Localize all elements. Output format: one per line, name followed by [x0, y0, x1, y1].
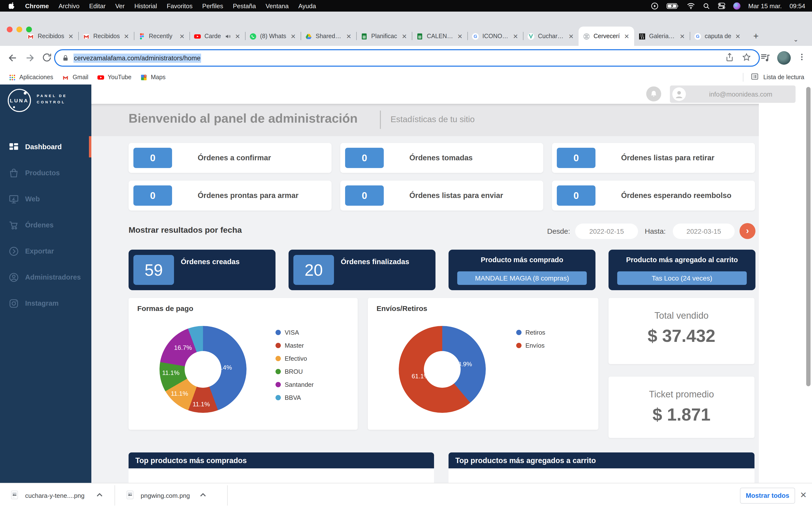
close-downloads-icon[interactable]: ✕: [800, 490, 807, 500]
menu-item-ventana[interactable]: Ventana: [266, 2, 289, 9]
tab-carde[interactable]: Carde✕: [190, 26, 245, 46]
close-tab-icon[interactable]: ✕: [123, 33, 130, 40]
tab-icono-cu[interactable]: GICONO cu✕: [467, 26, 523, 46]
refresh-button[interactable]: [42, 52, 53, 64]
legend-item: Santander: [275, 378, 314, 391]
sidebar-item-dashboard[interactable]: Dashboard: [0, 136, 91, 157]
share-icon[interactable]: [725, 52, 734, 63]
tab-cuchara-y[interactable]: Cuchara y✕: [523, 26, 578, 46]
apple-icon[interactable]: [9, 2, 15, 10]
notifications-button[interactable]: [646, 87, 661, 101]
hop-favicon: [583, 33, 590, 40]
download-item[interactable]: cuchara-y-tene....png: [10, 483, 104, 507]
total-card: Ticket promedio$ 1.871: [609, 377, 755, 438]
menu-item-favoritos[interactable]: Favoritos: [167, 2, 193, 9]
new-tab-button[interactable]: +: [750, 31, 762, 42]
close-tab-icon[interactable]: ✕: [179, 33, 185, 40]
summary-card: 20Órdenes finalizadas: [289, 249, 436, 290]
stat-value: 0: [345, 185, 384, 206]
bookmark-gmail[interactable]: Gmail: [62, 74, 88, 81]
close-window-button[interactable]: [7, 26, 12, 32]
page-content: LUNA PANEL DE CONTROL DashboardProductos…: [0, 84, 812, 483]
url-text-selected[interactable]: cervezamalafama.com/administrators/home: [73, 53, 201, 62]
tab-shared-wi[interactable]: Shared wi✕: [301, 26, 356, 46]
summary-title: Producto más comprado: [449, 256, 596, 264]
reading-list-label[interactable]: Lista de lectura: [763, 74, 804, 80]
menu-item-ver[interactable]: Ver: [115, 2, 125, 9]
wifi-icon[interactable]: [687, 2, 695, 9]
control-center-icon[interactable]: [718, 2, 725, 10]
product-button[interactable]: Tas Loco (24 veces): [617, 271, 747, 285]
export-icon: [9, 246, 19, 256]
menu-item-chrome[interactable]: Chrome: [25, 2, 49, 9]
stat-card: 0Órdenes tomadas: [340, 143, 543, 173]
tab-calenda[interactable]: CALENDA✕: [412, 26, 467, 46]
sidebar-item-exportar[interactable]: Exportar: [0, 240, 91, 262]
apps-grid-icon: [9, 74, 16, 81]
sidebar-item-administradores[interactable]: Administradores: [0, 267, 91, 288]
legend-item: Retiros: [516, 326, 545, 339]
sidebar-item-órdenes[interactable]: Órdenes: [0, 214, 91, 236]
chevron-up-icon[interactable]: [95, 490, 104, 501]
tab--8-whats[interactable]: (8) Whats✕: [245, 26, 301, 46]
spotlight-icon[interactable]: [703, 2, 710, 9]
show-all-downloads-button[interactable]: Mostrar todos: [740, 488, 795, 504]
lock-icon[interactable]: [62, 54, 69, 62]
apps-shortcut[interactable]: Aplicaciones: [9, 74, 53, 81]
menubar-time[interactable]: 09:54: [790, 2, 805, 9]
menu-item-archivo[interactable]: Archivo: [58, 2, 80, 9]
page-scrollbar[interactable]: [806, 87, 811, 386]
back-button[interactable]: [7, 52, 18, 64]
apply-date-filter-button[interactable]: ›: [740, 223, 755, 239]
close-tab-icon[interactable]: ✕: [568, 33, 574, 40]
close-tab-icon[interactable]: ✕: [623, 33, 630, 40]
close-tab-icon[interactable]: ✕: [290, 33, 296, 40]
bookmark-maps[interactable]: Maps: [140, 74, 165, 81]
url-bar[interactable]: cervezamalafama.com/administrators/home: [54, 49, 760, 67]
menu-item-historial[interactable]: Historial: [134, 2, 157, 9]
screen-record-icon[interactable]: [651, 2, 659, 10]
close-tab-icon[interactable]: ✕: [401, 33, 407, 40]
product-button[interactable]: MANDALE MAGIA (8 compras): [457, 271, 587, 285]
user-account-chip[interactable]: info@moonideas.com: [670, 86, 796, 103]
battery-icon[interactable]: [666, 3, 679, 9]
bookmark-youtube[interactable]: YouTube: [97, 74, 132, 81]
stat-label: Órdenes a confirmar: [198, 143, 271, 173]
sidebar-item-productos[interactable]: Productos: [0, 162, 91, 183]
sidebar-item-instagram[interactable]: Instagram: [0, 293, 91, 314]
download-item[interactable]: pngwing.com.png: [125, 483, 208, 507]
forward-button[interactable]: [24, 52, 36, 64]
close-tab-icon[interactable]: ✕: [457, 33, 463, 40]
tab-caputa-de[interactable]: Gcaputa de✕: [690, 26, 745, 46]
profile-avatar[interactable]: [777, 51, 791, 65]
more-menu-icon[interactable]: [798, 53, 806, 63]
from-date-input[interactable]: 2022-02-15: [575, 224, 638, 239]
close-tab-icon[interactable]: ✕: [735, 33, 741, 40]
tab-recibidos[interactable]: Recibidos✕: [23, 26, 78, 46]
menu-item-editar[interactable]: Editar: [89, 2, 106, 9]
tab-recently[interactable]: Recently✕: [134, 26, 190, 46]
siri-icon[interactable]: [733, 2, 741, 9]
close-tab-icon[interactable]: ✕: [346, 33, 352, 40]
tab-galeria-la[interactable]: Galeria La✕: [634, 26, 690, 46]
bookmark-star-icon[interactable]: [742, 52, 751, 63]
menu-item-ayuda[interactable]: Ayuda: [298, 2, 316, 9]
chevron-up-icon[interactable]: [198, 490, 208, 501]
tab-recibidos[interactable]: Recibidos✕: [78, 26, 134, 46]
tab-planificac[interactable]: Planificac✕: [356, 26, 412, 46]
close-tab-icon[interactable]: ✕: [512, 33, 519, 40]
tab-cervecer-[interactable]: Cervecerí✕: [578, 26, 634, 46]
to-date-input[interactable]: 2022-03-15: [673, 224, 735, 239]
reading-list-icon[interactable]: [751, 72, 759, 82]
media-controls-icon[interactable]: [760, 52, 770, 64]
close-tab-icon[interactable]: ✕: [68, 33, 74, 40]
menubar-date[interactable]: Mar 15 mar.: [748, 2, 782, 9]
close-tab-icon[interactable]: ✕: [679, 33, 686, 40]
menu-item-perfiles[interactable]: Perfiles: [202, 2, 223, 9]
cart-icon: [9, 220, 19, 230]
sidebar-item-web[interactable]: Web: [0, 188, 91, 210]
close-tab-icon[interactable]: ✕: [235, 33, 241, 40]
tab-search-chevron-icon[interactable]: ⌄: [793, 36, 799, 43]
menu-item-pestaña[interactable]: Pestaña: [233, 2, 256, 9]
minimize-window-button[interactable]: [16, 26, 22, 32]
